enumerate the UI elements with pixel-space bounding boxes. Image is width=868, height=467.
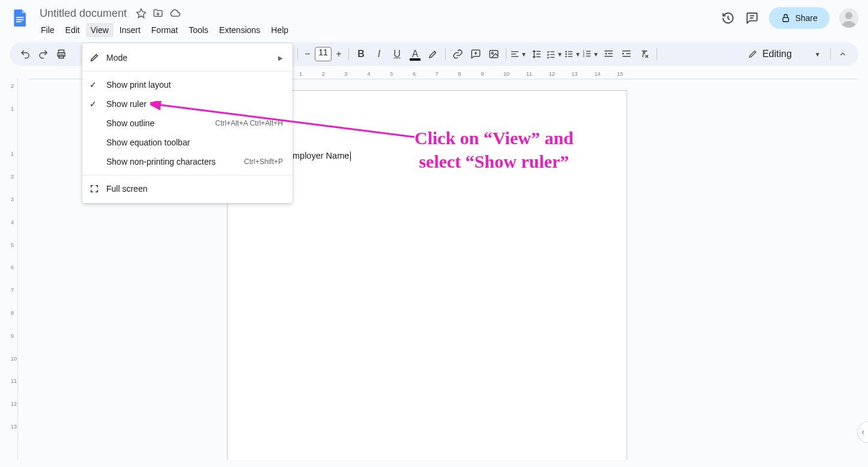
menu-insert[interactable]: Insert <box>115 23 145 37</box>
editing-mode-label: Editing <box>762 49 792 60</box>
font-size-input[interactable]: 11 <box>315 47 332 61</box>
svg-rect-5 <box>783 17 788 22</box>
move-icon[interactable] <box>152 7 164 19</box>
show-side-panel-button[interactable]: ‹ <box>857 421 868 443</box>
ruler-h-label: 4 <box>367 71 370 77</box>
svg-rect-34 <box>586 53 590 54</box>
svg-rect-15 <box>511 51 518 52</box>
redo-button[interactable] <box>35 46 52 63</box>
increase-font-size-button[interactable]: + <box>333 46 345 63</box>
pencil-icon <box>748 49 757 59</box>
ruler-h-label: 13 <box>572 71 578 77</box>
increase-indent-button[interactable] <box>618 46 635 63</box>
document-title[interactable]: Untitled document <box>36 6 130 21</box>
svg-rect-35 <box>586 56 590 56</box>
ruler-v-label: 11 <box>11 378 17 384</box>
menu-item-mode[interactable]: Mode ▶ <box>82 48 293 67</box>
toolbar-separator <box>348 48 349 60</box>
share-label: Share <box>795 13 818 23</box>
comments-icon[interactable] <box>745 11 759 25</box>
svg-rect-41 <box>622 56 631 57</box>
decrease-indent-button[interactable] <box>600 46 617 63</box>
checklist-button[interactable]: ▼ <box>546 46 563 63</box>
menu-divider <box>82 71 293 72</box>
line-spacing-button[interactable] <box>528 46 545 63</box>
pencil-icon <box>90 53 106 63</box>
toolbar-separator <box>830 48 831 60</box>
ruler-v-label: 9 <box>11 333 14 339</box>
editing-mode-button[interactable]: Editing ▼ <box>742 46 827 62</box>
ruler-v-label: 10 <box>11 356 17 362</box>
document-text[interactable]: mployer Name <box>293 151 351 161</box>
ruler-h-label: 1 <box>299 71 302 77</box>
menu-item-show-nonprinting[interactable]: Show non-printing characters Ctrl+Shift+… <box>82 152 293 171</box>
svg-rect-27 <box>568 51 572 52</box>
ruler-h-label: 8 <box>458 71 461 77</box>
menu-extensions[interactable]: Extensions <box>214 23 265 37</box>
menu-item-show-equation-toolbar[interactable]: Show equation toolbar <box>82 133 293 152</box>
annotation-text: Click on “View” and select “Show ruler” <box>414 126 574 173</box>
numbered-list-button[interactable]: 123▼ <box>582 46 599 63</box>
svg-point-26 <box>565 56 567 58</box>
menu-item-show-ruler[interactable]: ✓ Show ruler <box>82 94 293 114</box>
text-cursor <box>350 151 351 161</box>
menu-file[interactable]: File <box>36 23 59 37</box>
history-icon[interactable] <box>721 11 735 25</box>
clear-formatting-button[interactable] <box>636 46 653 63</box>
svg-rect-38 <box>604 56 613 57</box>
vertical-ruler[interactable]: 2112345678910111213 <box>10 78 18 460</box>
ruler-v-label: 8 <box>11 310 14 316</box>
ruler-v-label: 12 <box>11 401 17 407</box>
ruler-v-label: 7 <box>11 287 14 293</box>
italic-button[interactable]: I <box>371 46 387 63</box>
toolbar-separator <box>657 48 657 60</box>
bulleted-list-button[interactable]: ▼ <box>564 46 581 63</box>
ruler-v-label: 1 <box>11 151 14 157</box>
toolbar-separator <box>297 48 298 60</box>
toolbar-separator <box>445 48 446 60</box>
align-button[interactable]: ▼ <box>510 46 527 63</box>
text-color-button[interactable]: A <box>407 46 423 63</box>
avatar[interactable] <box>839 8 858 28</box>
menu-bar: File Edit View Insert Format Tools Exten… <box>36 23 721 37</box>
menu-tools[interactable]: Tools <box>184 23 213 37</box>
ruler-h-label: 3 <box>345 71 348 77</box>
svg-point-25 <box>565 53 567 55</box>
decrease-font-size-button[interactable]: − <box>302 46 314 63</box>
ruler-v-label: 5 <box>11 242 14 248</box>
ruler-h-label: 2 <box>322 71 325 77</box>
menu-divider <box>82 175 293 176</box>
menu-help[interactable]: Help <box>266 23 293 37</box>
add-comment-button[interactable] <box>467 46 484 63</box>
insert-link-button[interactable] <box>449 46 466 63</box>
hide-menus-button[interactable] <box>834 46 851 63</box>
ruler-v-label: 4 <box>11 219 14 225</box>
menu-edit[interactable]: Edit <box>61 23 85 37</box>
menu-item-show-print-layout[interactable]: ✓ Show print layout <box>82 75 293 94</box>
share-button[interactable]: Share <box>769 7 830 29</box>
svg-rect-2 <box>16 21 22 22</box>
insert-image-button[interactable] <box>485 46 502 63</box>
undo-button[interactable] <box>17 46 34 63</box>
underline-button[interactable]: U <box>389 46 405 63</box>
menu-item-full-screen[interactable]: Full screen <box>82 179 293 198</box>
ruler-h-label: 6 <box>413 71 416 77</box>
menu-item-show-outline[interactable]: Show outline Ctrl+Alt+A Ctrl+Alt+H <box>82 114 293 133</box>
highlight-color-button[interactable] <box>425 46 442 63</box>
bold-button[interactable]: B <box>353 46 369 63</box>
chevron-right-icon: ▶ <box>278 55 283 61</box>
ruler-v-label: 1 <box>11 106 14 112</box>
svg-text:3: 3 <box>583 55 584 58</box>
svg-rect-39 <box>622 50 631 52</box>
star-icon[interactable] <box>135 7 147 19</box>
docs-logo[interactable] <box>10 7 31 29</box>
cloud-status-icon[interactable] <box>169 7 181 19</box>
ruler-v-label: 2 <box>11 83 14 89</box>
ruler-h-label: 5 <box>390 71 393 77</box>
ruler-v-label: 6 <box>11 264 14 270</box>
print-button[interactable] <box>53 46 70 63</box>
menu-format[interactable]: Format <box>147 23 183 37</box>
ruler-v-label: 2 <box>11 174 14 180</box>
svg-rect-40 <box>626 53 631 55</box>
menu-view[interactable]: View <box>86 23 114 37</box>
